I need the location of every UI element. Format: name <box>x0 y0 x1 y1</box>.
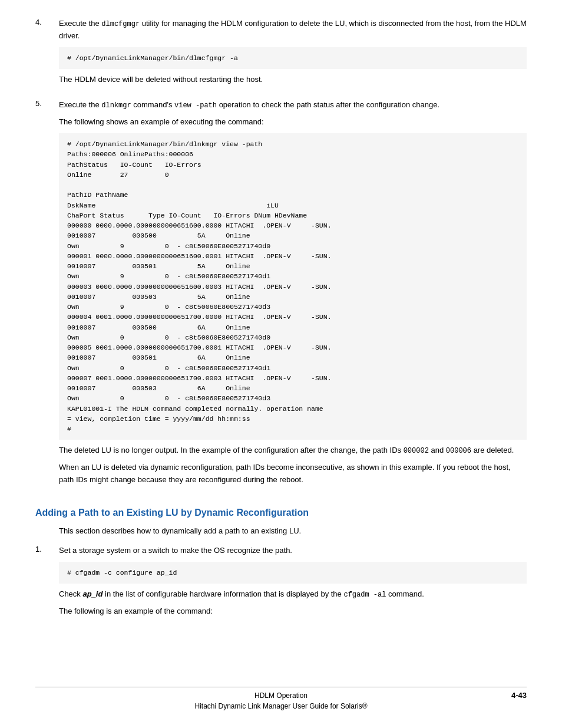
footer: HDLM Operation 4-43 Hitachi Dynamic Link… <box>35 687 527 710</box>
section-heading: Adding a Path to an Existing LU by Dynam… <box>35 508 527 518</box>
page: 4. Execute the dlmcfgmgr utility for man… <box>0 0 562 728</box>
step-5-para1: The deleted LU is no longer output. In t… <box>59 444 527 457</box>
substep-1: 1. Set a storage system or a switch to m… <box>35 545 527 622</box>
step-4-number: 4. <box>35 18 59 91</box>
step-5-intro: The following shows an example of execut… <box>59 116 527 129</box>
step-4: 4. Execute the dlmcfgmgr utility for man… <box>35 18 527 91</box>
footer-page: 4-43 <box>363 691 527 700</box>
footer-subtitle: Hitachi Dynamic Link Manager User Guide … <box>35 702 527 710</box>
substep-1-number: 1. <box>35 545 59 622</box>
substep-1-text: Set a storage system or a switch to make… <box>59 545 527 557</box>
section-intro: This section describes how to dynamicall… <box>59 525 527 538</box>
step-4-content: Execute the dlmcfgmgr utility for managi… <box>59 18 527 91</box>
substep-1-note: Check ap_id in the list of configurable … <box>59 588 527 601</box>
substep-1-command: # cfgadm -c configure ap_id <box>59 562 527 584</box>
step-4-note: The HDLM device will be deleted without … <box>59 74 527 86</box>
footer-title: HDLM Operation <box>199 691 363 700</box>
step-5-content: Execute the dlnkmgr command's view -path… <box>59 99 527 491</box>
step-5-command-block: # /opt/DynamicLinkManager/bin/dlnkmgr vi… <box>59 133 527 440</box>
step-5-number: 5. <box>35 99 59 491</box>
step-5: 5. Execute the dlnkmgr command's view -p… <box>35 99 527 491</box>
step-4-text: Execute the dlmcfgmgr utility for managi… <box>59 18 527 42</box>
step-4-command: # /opt/DynamicLinkManager/bin/dlmcfgmgr … <box>59 47 527 69</box>
step-5-text: Execute the dlnkmgr command's view -path… <box>59 99 527 111</box>
step-5-para2: When an LU is deleted via dynamic reconf… <box>59 462 527 486</box>
substep-1-content: Set a storage system or a switch to make… <box>59 545 527 622</box>
substep-1-note2: The following is an example of the comma… <box>59 605 527 618</box>
